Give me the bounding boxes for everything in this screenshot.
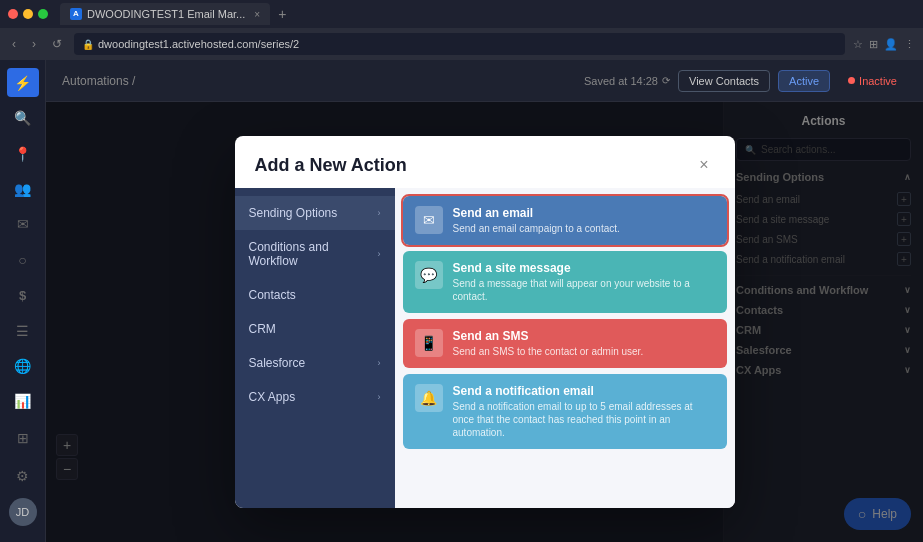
maximize-traffic-light[interactable] bbox=[38, 9, 48, 19]
sms-icon: 📱 bbox=[415, 329, 443, 357]
send-email-text: Send an email Send an email campaign to … bbox=[453, 206, 715, 235]
top-bar: Automations / Saved at 14:28 ⟳ View Cont… bbox=[46, 60, 923, 102]
sidebar-icon-settings[interactable]: ⚙ bbox=[7, 460, 39, 492]
modal-title: Add a New Action bbox=[255, 155, 407, 176]
sms-text: Send an SMS Send an SMS to the contact o… bbox=[453, 329, 715, 358]
menu-crm-label: CRM bbox=[249, 322, 276, 336]
site-message-title: Send a site message bbox=[453, 261, 715, 275]
nav-refresh-btn[interactable]: ↺ bbox=[48, 35, 66, 53]
browser-tab[interactable]: A DWOODINGTEST1 Email Mar... × bbox=[60, 3, 270, 25]
sms-title: Send an SMS bbox=[453, 329, 715, 343]
menu-cxapps-label: CX Apps bbox=[249, 390, 296, 404]
inactive-label: Inactive bbox=[859, 75, 897, 87]
sidebar-icon-circle[interactable]: ○ bbox=[7, 245, 39, 274]
notification-icon: 🔔 bbox=[415, 384, 443, 412]
sidebar-icon-dollar[interactable]: $ bbox=[7, 280, 39, 309]
menu-item-contacts[interactable]: Contacts bbox=[235, 278, 395, 312]
menu-item-sending-options[interactable]: Sending Options › bbox=[235, 196, 395, 230]
action-card-site-message[interactable]: 💬 Send a site message Send a message tha… bbox=[403, 251, 727, 313]
nav-forward-btn[interactable]: › bbox=[28, 35, 40, 53]
site-message-text: Send a site message Send a message that … bbox=[453, 261, 715, 303]
sidebar-icon-mail[interactable]: ✉ bbox=[7, 210, 39, 239]
notification-text: Send a notification email Send a notific… bbox=[453, 384, 715, 439]
action-card-send-email[interactable]: ✉ Send an email Send an email campaign t… bbox=[403, 196, 727, 245]
sms-desc: Send an SMS to the contact or admin user… bbox=[453, 345, 715, 358]
menu-conditions-label: Conditions and Workflow bbox=[249, 240, 378, 268]
url-text: dwoodingtest1.activehosted.com/series/2 bbox=[98, 38, 299, 50]
send-email-title: Send an email bbox=[453, 206, 715, 220]
modal-left-menu: Sending Options › Conditions and Workflo… bbox=[235, 188, 395, 508]
sidebar-icon-contacts[interactable]: 👥 bbox=[7, 174, 39, 203]
clock-icon: ⟳ bbox=[662, 75, 670, 86]
menu-salesforce-label: Salesforce bbox=[249, 356, 306, 370]
sidebar-icon-list[interactable]: ☰ bbox=[7, 316, 39, 345]
add-new-action-modal: Add a New Action × Sending Options › Con… bbox=[235, 136, 735, 508]
menu-chevron-sending: › bbox=[378, 208, 381, 218]
app-layout: ⚡ 🔍 📍 👥 ✉ ○ $ ☰ 🌐 📊 ⊞ ⚙ JD Automations /… bbox=[0, 60, 923, 542]
menu-chevron-cxapps: › bbox=[378, 392, 381, 402]
modal-overlay: Add a New Action × Sending Options › Con… bbox=[46, 102, 923, 542]
extensions-btn[interactable]: ⊞ bbox=[869, 38, 878, 51]
sidebar-icon-location[interactable]: 📍 bbox=[7, 139, 39, 168]
site-message-icon: 💬 bbox=[415, 261, 443, 289]
new-tab-btn[interactable]: + bbox=[278, 6, 286, 22]
sidebar-icon-copy[interactable]: ⊞ bbox=[7, 422, 39, 454]
site-message-desc: Send a message that will appear on your … bbox=[453, 277, 715, 303]
view-contacts-btn[interactable]: View Contacts bbox=[678, 70, 770, 92]
send-email-desc: Send an email campaign to a contact. bbox=[453, 222, 715, 235]
top-bar-actions: Saved at 14:28 ⟳ View Contacts Active In… bbox=[584, 70, 907, 92]
saved-status: Saved at 14:28 ⟳ bbox=[584, 75, 670, 87]
menu-item-cxapps[interactable]: CX Apps › bbox=[235, 380, 395, 414]
tab-close-btn[interactable]: × bbox=[254, 9, 260, 20]
tab-bar: A DWOODINGTEST1 Email Mar... × + bbox=[0, 0, 923, 28]
star-btn[interactable]: ☆ bbox=[853, 38, 863, 51]
activecampaign-favicon: A bbox=[70, 8, 82, 20]
menu-item-crm[interactable]: CRM bbox=[235, 312, 395, 346]
notification-desc: Send a notification email to up to 5 ema… bbox=[453, 400, 715, 439]
sidebar-icon-chart[interactable]: 📊 bbox=[7, 387, 39, 416]
action-card-notification[interactable]: 🔔 Send a notification email Send a notif… bbox=[403, 374, 727, 449]
user-avatar[interactable]: JD bbox=[9, 498, 37, 526]
menu-sending-options-label: Sending Options bbox=[249, 206, 338, 220]
minimize-traffic-light[interactable] bbox=[23, 9, 33, 19]
send-email-icon: ✉ bbox=[415, 206, 443, 234]
menu-item-salesforce[interactable]: Salesforce › bbox=[235, 346, 395, 380]
more-btn[interactable]: ⋮ bbox=[904, 38, 915, 51]
menu-item-conditions[interactable]: Conditions and Workflow › bbox=[235, 230, 395, 278]
menu-chevron-salesforce: › bbox=[378, 358, 381, 368]
modal-body: Sending Options › Conditions and Workflo… bbox=[235, 188, 735, 508]
main-content: Automations / Saved at 14:28 ⟳ View Cont… bbox=[46, 60, 923, 542]
browser-chrome: A DWOODINGTEST1 Email Mar... × + ‹ › ↺ 🔒… bbox=[0, 0, 923, 60]
menu-contacts-label: Contacts bbox=[249, 288, 296, 302]
action-card-sms[interactable]: 📱 Send an SMS Send an SMS to the contact… bbox=[403, 319, 727, 368]
address-bar[interactable]: 🔒 dwoodingtest1.activehosted.com/series/… bbox=[74, 33, 845, 55]
profile-btn[interactable]: 👤 bbox=[884, 38, 898, 51]
tab-label: DWOODINGTEST1 Email Mar... bbox=[87, 8, 245, 20]
browser-actions: ☆ ⊞ 👤 ⋮ bbox=[853, 38, 915, 51]
modal-header: Add a New Action × bbox=[235, 136, 735, 188]
active-btn[interactable]: Active bbox=[778, 70, 830, 92]
saved-text-label: Saved at 14:28 bbox=[584, 75, 658, 87]
sidebar-icon-bolt[interactable]: ⚡ bbox=[7, 68, 39, 97]
left-sidebar: ⚡ 🔍 📍 👥 ✉ ○ $ ☰ 🌐 📊 ⊞ ⚙ JD bbox=[0, 60, 46, 542]
nav-back-btn[interactable]: ‹ bbox=[8, 35, 20, 53]
inactive-dot bbox=[848, 77, 855, 84]
breadcrumb: Automations / bbox=[62, 74, 135, 88]
menu-chevron-conditions: › bbox=[378, 249, 381, 259]
address-bar-row: ‹ › ↺ 🔒 dwoodingtest1.activehosted.com/s… bbox=[0, 28, 923, 60]
close-traffic-light[interactable] bbox=[8, 9, 18, 19]
traffic-lights bbox=[8, 9, 48, 19]
sidebar-bottom: ⊞ ⚙ JD bbox=[7, 422, 39, 534]
content-area: Actions 🔍 Search actions... Sending Opti… bbox=[46, 102, 923, 542]
notification-title: Send a notification email bbox=[453, 384, 715, 398]
sidebar-icon-search[interactable]: 🔍 bbox=[7, 103, 39, 132]
modal-close-btn[interactable]: × bbox=[693, 154, 714, 176]
sidebar-icon-globe[interactable]: 🌐 bbox=[7, 351, 39, 380]
modal-right-content: ✉ Send an email Send an email campaign t… bbox=[395, 188, 735, 508]
lock-icon: 🔒 bbox=[82, 39, 94, 50]
inactive-btn[interactable]: Inactive bbox=[838, 71, 907, 91]
